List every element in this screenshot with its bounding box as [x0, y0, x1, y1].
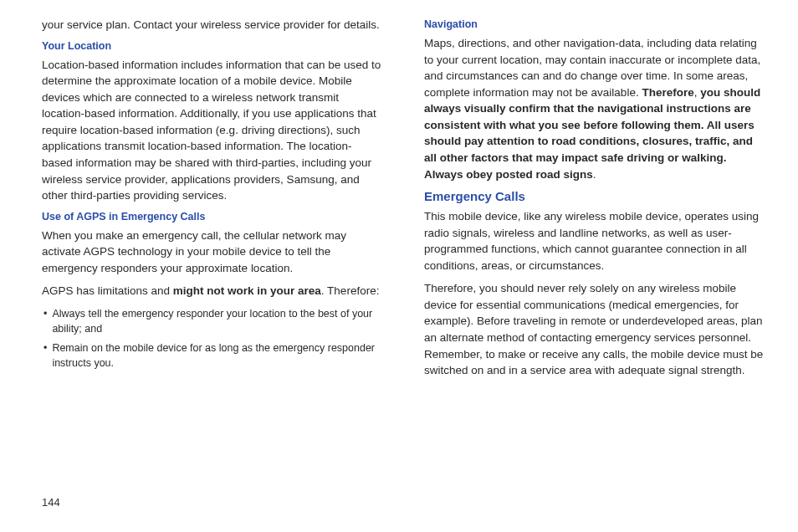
bullet-marker-icon: • [43, 340, 47, 371]
emergency-calls-p2: Therefore, you should never rely solely … [424, 280, 765, 378]
left-column: your service plan. Contact your wireless… [42, 17, 382, 507]
your-location-body: Location-based information includes info… [42, 57, 382, 204]
bullet-item: • Always tell the emergency responder yo… [43, 306, 382, 336]
agps-bullet-list: • Always tell the emergency responder yo… [43, 306, 382, 371]
agps-p2-post: . Therefore: [321, 284, 380, 297]
agps-p2: AGPS has limitations and might not work … [42, 283, 382, 299]
page-number: 144 [42, 496, 60, 509]
navigation-bold-pre: Therefore [642, 86, 693, 99]
heading-agps: Use of AGPS in Emergency Calls [42, 211, 382, 223]
bullet-text: Always tell the emergency responder your… [52, 306, 382, 336]
navigation-body: Maps, directions, and other navigation-d… [424, 35, 765, 182]
emergency-calls-p1: This mobile device, like any wireless mo… [424, 208, 765, 274]
bullet-marker-icon: • [43, 306, 47, 336]
heading-navigation: Navigation [424, 18, 765, 30]
bullet-item: • Remain on the mobile device for as lon… [43, 340, 382, 371]
bullet-text: Remain on the mobile device for as long … [52, 340, 382, 371]
agps-p1: When you make an emergency call, the cel… [42, 228, 382, 277]
navigation-bold-rest: you should always visually confirm that … [424, 86, 760, 181]
heading-your-location: Your Location [42, 40, 382, 52]
right-column: Navigation Maps, directions, and other n… [424, 17, 765, 507]
navigation-bold-end: . [593, 168, 596, 181]
page-content: your service plan. Contact your wireless… [42, 17, 765, 507]
agps-p2-bold: might not work in your area [173, 284, 321, 297]
heading-emergency-calls: Emergency Calls [424, 189, 765, 203]
intro-tail: your service plan. Contact your wireless… [42, 17, 382, 33]
agps-p2-pre: AGPS has limitations and [42, 284, 173, 297]
